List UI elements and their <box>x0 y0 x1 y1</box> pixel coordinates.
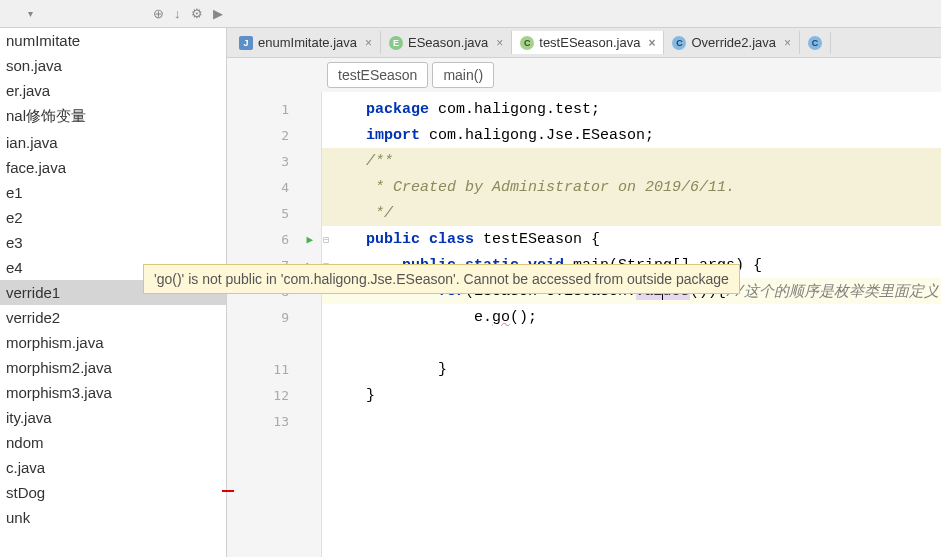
gear-icon[interactable]: ⚙ <box>191 6 203 21</box>
sidebar-item[interactable]: numImitate <box>0 28 226 53</box>
gutter-line[interactable]: 9 <box>227 304 321 330</box>
sidebar-item[interactable]: ndom <box>0 430 226 455</box>
sidebar-item[interactable]: nal修饰变量 <box>0 103 226 130</box>
sidebar-item[interactable]: e1 <box>0 180 226 205</box>
error-text: go <box>492 309 510 326</box>
sidebar-item[interactable]: verride2 <box>0 305 226 330</box>
collapse-icon[interactable]: ↓ <box>174 6 181 21</box>
code-line: /** <box>322 148 941 174</box>
sidebar-item[interactable]: er.java <box>0 78 226 103</box>
code-line: */ <box>322 200 941 226</box>
class-file-icon: C <box>672 36 686 50</box>
gutter-line[interactable]: 2 <box>227 122 321 148</box>
gutter-line[interactable]: 6▶⊟ <box>227 226 321 252</box>
breadcrumb-method[interactable]: main() <box>432 62 494 88</box>
sidebar-item[interactable]: ity.java <box>0 405 226 430</box>
java-file-icon: J <box>239 36 253 50</box>
gutter-line[interactable]: 11 <box>227 356 321 382</box>
hide-icon[interactable]: ▶ <box>213 6 223 21</box>
tab-testeseason[interactable]: C testESeason.java × <box>512 31 664 54</box>
tab-partial[interactable]: C <box>800 32 831 54</box>
sidebar-item[interactable]: unk <box>0 505 226 530</box>
sidebar-item[interactable]: ian.java <box>0 130 226 155</box>
sidebar-item[interactable]: e2 <box>0 205 226 230</box>
code-line: public class testESeason { <box>322 226 941 252</box>
tab-enumimitate[interactable]: J enumImitate.java × <box>231 31 381 54</box>
sidebar-item[interactable]: morphism3.java <box>0 380 226 405</box>
breadcrumb-class[interactable]: testESeason <box>327 62 428 88</box>
code-line: * Created by Administrator on 2019/6/11. <box>322 174 941 200</box>
code-line: e.go(); <box>322 304 941 330</box>
tab-label: Override2.java <box>691 35 776 50</box>
sidebar-item[interactable]: face.java <box>0 155 226 180</box>
error-marker <box>222 490 234 492</box>
close-icon[interactable]: × <box>365 36 372 50</box>
line-gutter: 1 2 3⊟ 4 5 6▶⊟ 7▶⊟ 8 9 11 12 13 <box>227 92 322 557</box>
top-toolbar: ▾ ⊕ ↓ ⚙ ▶ <box>0 0 941 28</box>
code-line <box>322 408 941 434</box>
code-line <box>322 330 941 356</box>
gutter-line[interactable]: 5 <box>227 200 321 226</box>
code-line: } <box>322 356 941 382</box>
sidebar-item[interactable]: stDog <box>0 480 226 505</box>
error-tooltip: 'go()' is not public in 'com.haligong.Js… <box>143 264 740 294</box>
editor-body: 1 2 3⊟ 4 5 6▶⊟ 7▶⊟ 8 9 11 12 13 package … <box>227 92 941 557</box>
tab-eseason[interactable]: E ESeason.java × <box>381 31 512 54</box>
tab-override2[interactable]: C Override2.java × <box>664 31 800 54</box>
close-icon[interactable]: × <box>648 36 655 50</box>
gutter-line[interactable]: 13 <box>227 408 321 434</box>
close-icon[interactable]: × <box>784 36 791 50</box>
code-line: package com.haligong.test; <box>322 96 941 122</box>
sidebar-item[interactable]: e3 <box>0 230 226 255</box>
toolbar-icon-group: ⊕ ↓ ⚙ ▶ <box>153 6 223 21</box>
gutter-line[interactable]: 3⊟ <box>227 148 321 174</box>
gutter-line[interactable] <box>227 330 321 356</box>
editor-tabs: J enumImitate.java × E ESeason.java × C … <box>227 28 941 58</box>
target-icon[interactable]: ⊕ <box>153 6 164 21</box>
gutter-line[interactable]: 12 <box>227 382 321 408</box>
code-line: } <box>322 382 941 408</box>
sidebar-item[interactable]: c.java <box>0 455 226 480</box>
enum-file-icon: E <box>389 36 403 50</box>
tab-label: testESeason.java <box>539 35 640 50</box>
sidebar-item[interactable]: morphism.java <box>0 330 226 355</box>
breadcrumb-bar: testESeason main() <box>227 58 941 92</box>
sidebar-item[interactable]: morphism2.java <box>0 355 226 380</box>
gutter-line[interactable]: 1 <box>227 96 321 122</box>
gutter-line[interactable]: 4 <box>227 174 321 200</box>
class-file-icon: C <box>520 36 534 50</box>
code-line: import com.haligong.Jse.ESeason; <box>322 122 941 148</box>
run-icon[interactable]: ▶ <box>306 233 313 246</box>
dropdown-icon[interactable]: ▾ <box>28 8 33 19</box>
close-icon[interactable]: × <box>496 36 503 50</box>
sidebar-item[interactable]: son.java <box>0 53 226 78</box>
code-area[interactable]: package com.haligong.test; import com.ha… <box>322 92 941 557</box>
class-file-icon: C <box>808 36 822 50</box>
tab-label: ESeason.java <box>408 35 488 50</box>
tab-label: enumImitate.java <box>258 35 357 50</box>
